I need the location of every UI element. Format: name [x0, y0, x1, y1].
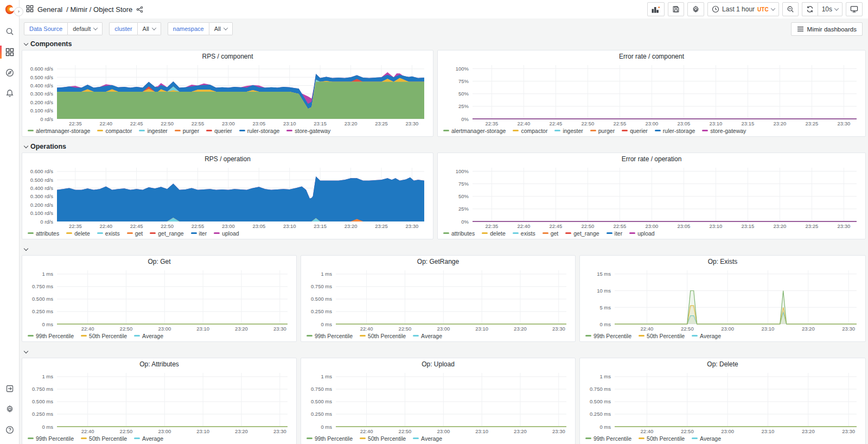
legend-item[interactable]: 99th Percentile	[28, 333, 74, 339]
sidebar-item-search[interactable]	[0, 25, 19, 38]
legend-item[interactable]: get	[127, 230, 143, 237]
panel-op-delete: Op: Delete0 ms0.250 ms0.500 ms0.750 ms1 …	[579, 358, 866, 444]
svg-text:23:00: 23:00	[222, 120, 235, 126]
legend-item[interactable]: get_range	[150, 230, 183, 237]
legend-item[interactable]: upload	[629, 230, 655, 237]
chart-op-delete[interactable]: 0 ms0.250 ms0.500 ms0.750 ms1 ms22:4022:…	[583, 370, 862, 434]
legend-item[interactable]: 50th Percentile	[639, 333, 685, 339]
variable-label[interactable]: Data Source	[24, 22, 68, 35]
zoom-out-button[interactable]	[782, 2, 799, 16]
refresh-button[interactable]	[802, 2, 818, 16]
breadcrumb-section[interactable]: General	[37, 5, 62, 14]
panel-title[interactable]: Op: Attributes	[25, 360, 293, 370]
legend-item[interactable]: ruler-storage	[655, 128, 695, 134]
legend-item[interactable]: delete	[482, 230, 506, 237]
cycle-view-mode-button[interactable]	[846, 2, 863, 16]
legend-item[interactable]: Average	[692, 435, 721, 442]
legend-item[interactable]: 99th Percentile	[307, 435, 353, 442]
variable-value-dropdown[interactable]: default	[68, 22, 103, 35]
legend-item[interactable]: exists	[97, 230, 120, 237]
legend-item[interactable]: attributes	[28, 230, 59, 237]
chart-error-rate-operation[interactable]: 0%25%50%75%100%22:3522:4022:4522:5022:55…	[441, 164, 862, 229]
legend-item[interactable]: querier	[206, 128, 232, 134]
sidebar-item-settings[interactable]	[0, 403, 19, 416]
legend-item[interactable]: get	[542, 230, 559, 237]
legend-item[interactable]: delete	[66, 230, 90, 237]
sidebar-item-help[interactable]	[0, 423, 19, 436]
sidebar-expand-button[interactable]: ›	[14, 7, 23, 16]
legend-item[interactable]: iter	[191, 230, 207, 237]
legend-item[interactable]: querier	[622, 128, 648, 134]
legend-item[interactable]: Average	[692, 333, 721, 339]
add-panel-button[interactable]	[647, 2, 665, 16]
dashboard-settings-button[interactable]	[687, 2, 704, 16]
legend-item[interactable]: purger	[175, 128, 199, 134]
row-untitled-1[interactable]	[22, 243, 866, 255]
legend-item[interactable]: ingester	[554, 128, 583, 134]
panel-title[interactable]: Op: Delete	[583, 360, 862, 370]
row-operations[interactable]: Operations	[22, 141, 866, 153]
legend-item[interactable]: 99th Percentile	[307, 333, 353, 339]
save-dashboard-button[interactable]	[668, 2, 684, 16]
panel-title[interactable]: RPS / operation	[25, 155, 430, 164]
legend-item[interactable]: iter	[607, 230, 623, 237]
panel-title[interactable]: Op: Exists	[583, 258, 862, 267]
legend-item[interactable]: compactor	[513, 128, 547, 134]
legend-item[interactable]: 50th Percentile	[360, 333, 406, 339]
legend-item[interactable]: 99th Percentile	[585, 435, 631, 442]
sidebar-item-alerting[interactable]	[0, 87, 19, 100]
chart-rps-operation[interactable]: 0 rd/s0.100 rd/s0.200 rd/s0.300 rd/s0.40…	[25, 164, 430, 229]
legend-item[interactable]: 50th Percentile	[639, 435, 685, 442]
chart-op-getrange[interactable]: 0 ms0.250 ms0.500 ms0.750 ms1 ms22:4022:…	[304, 267, 572, 332]
legend-item[interactable]: upload	[214, 230, 239, 237]
sidebar-item-signin[interactable]	[0, 382, 19, 395]
row-components[interactable]: Components	[22, 38, 866, 50]
grafana-logo[interactable]	[4, 4, 15, 15]
chart-op-get[interactable]: 0 ms0.250 ms0.500 ms0.750 ms1 ms22:4022:…	[25, 267, 293, 332]
mimir-dashboards-button[interactable]: Mimir dashboards	[791, 22, 863, 36]
panel-title[interactable]: Op: GetRange	[304, 258, 572, 267]
legend-item[interactable]: purger	[590, 128, 615, 134]
time-range-picker[interactable]: Last 1 hour UTC	[707, 2, 779, 16]
refresh-interval-dropdown[interactable]: 10s	[818, 2, 843, 16]
svg-text:22:40: 22:40	[641, 428, 654, 434]
legend-item[interactable]: Average	[134, 333, 163, 339]
chart-op-attributes[interactable]: 0 ms0.250 ms0.500 ms0.750 ms1 ms22:4022:…	[25, 370, 293, 434]
chart-error-rate-component[interactable]: 0%25%50%75%100%22:3522:4022:4522:5022:55…	[441, 62, 862, 126]
variable-label[interactable]: namespace	[168, 22, 209, 35]
variable-label[interactable]: cluster	[109, 22, 137, 35]
chart-op-upload[interactable]: 0 ms0.250 ms0.500 ms0.750 ms1 ms22:4022:…	[304, 370, 572, 434]
legend-item[interactable]: Average	[413, 435, 442, 442]
legend-item[interactable]: Average	[413, 333, 442, 339]
legend-item[interactable]: 50th Percentile	[81, 333, 127, 339]
panel-title[interactable]: Op: Get	[25, 258, 293, 267]
chart-op-exists[interactable]: 0 ms5 ms10 ms15 ms22:4022:5023:0023:1023…	[583, 267, 862, 332]
sidebar	[0, 0, 20, 444]
legend-item[interactable]: 50th Percentile	[360, 435, 406, 442]
panel-title[interactable]: RPS / component	[25, 53, 430, 62]
legend-item[interactable]: 50th Percentile	[81, 435, 127, 442]
legend-item[interactable]: 99th Percentile	[28, 435, 74, 442]
sidebar-item-dashboards[interactable]	[0, 46, 19, 59]
legend-item[interactable]: alertmanager-storage	[28, 128, 90, 134]
share-icon[interactable]	[136, 6, 143, 13]
variable-value-dropdown[interactable]: All	[209, 22, 233, 35]
legend-item[interactable]: alertmanager-storage	[443, 128, 506, 134]
legend-item[interactable]: get_range	[565, 230, 599, 237]
panel-title[interactable]: Op: Upload	[304, 360, 572, 370]
legend-item[interactable]: ingester	[139, 128, 167, 134]
legend-item[interactable]: attributes	[443, 230, 475, 237]
legend-item[interactable]: 99th Percentile	[585, 333, 631, 339]
legend-item[interactable]: store-gateway	[702, 128, 746, 134]
legend-item[interactable]: Average	[134, 435, 163, 442]
panel-title[interactable]: Error rate / operation	[441, 155, 862, 164]
row-untitled-2[interactable]	[22, 346, 866, 358]
legend-item[interactable]: compactor	[97, 128, 132, 134]
chart-rps-component[interactable]: 0 rd/s0.100 rd/s0.200 rd/s0.300 rd/s0.40…	[25, 62, 430, 126]
legend-item[interactable]: exists	[513, 230, 535, 237]
legend-item[interactable]: store-gateway	[286, 128, 330, 134]
panel-title[interactable]: Error rate / component	[441, 53, 862, 62]
sidebar-item-explore[interactable]	[0, 66, 19, 79]
legend-item[interactable]: ruler-storage	[239, 128, 280, 134]
variable-value-dropdown[interactable]: All	[138, 22, 161, 35]
